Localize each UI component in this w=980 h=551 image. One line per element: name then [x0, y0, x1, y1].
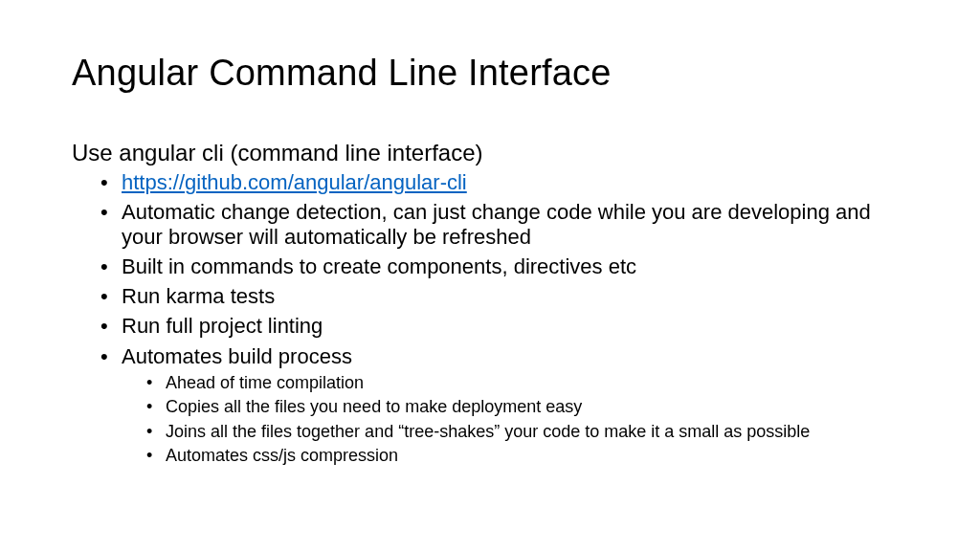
list-item: Built in commands to create components, …	[122, 254, 908, 278]
sub-bullet-list: Ahead of time compilation Copies all the…	[122, 372, 899, 468]
list-item: Run karma tests	[122, 284, 908, 308]
github-link[interactable]: https://github.com/angular/angular-cli	[122, 170, 467, 194]
slide-title: Angular Command Line Interface	[72, 53, 908, 94]
list-item: Run full project linting	[122, 314, 908, 338]
list-item: https://github.com/angular/angular-cli	[122, 170, 908, 194]
list-item: Automatic change detection, can just cha…	[122, 200, 908, 249]
list-item-text: Automates build process	[122, 344, 352, 368]
bullet-list: https://github.com/angular/angular-cli A…	[72, 170, 908, 468]
slide-subtitle: Use angular cli (command line interface)	[72, 140, 908, 166]
list-item: Automates css/js compression	[166, 445, 899, 467]
list-item: Automates build process Ahead of time co…	[122, 344, 908, 468]
list-item: Ahead of time compilation	[166, 372, 899, 394]
list-item: Joins all the files together and “tree-s…	[166, 421, 899, 443]
list-item: Copies all the files you need to make de…	[166, 396, 899, 418]
